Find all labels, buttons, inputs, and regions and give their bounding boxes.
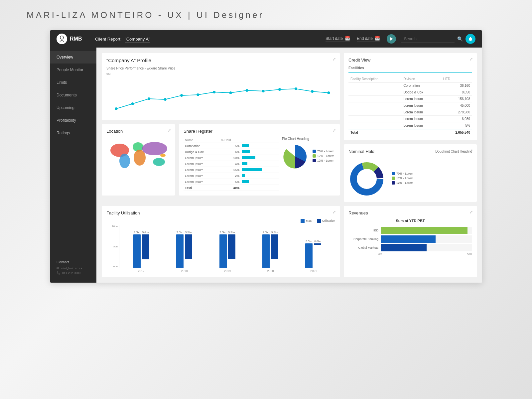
pie-legend: 70% - Lorem 17% - Lorem <box>313 150 334 164</box>
svg-point-9 <box>229 91 232 94</box>
left-column: "Company A" Profile Share Price Performa… <box>102 53 340 202</box>
table-row: Lorem Ipsum 10% <box>184 155 279 161</box>
search-icon[interactable]: 🔍 <box>457 36 463 42</box>
bar-chart-area: Max Utilisation 10bn <box>106 219 335 273</box>
expand-facility-icon[interactable]: ⤢ <box>332 210 336 214</box>
sr-col-name: Name <box>184 137 219 143</box>
bottom-row: Facility Utilisation ⤢ Max Utilisat <box>102 206 477 277</box>
expand-share-icon[interactable]: ⤢ <box>332 128 336 133</box>
sidebar-item-limits[interactable]: Limits <box>50 76 96 89</box>
phone-icon: 📞 <box>57 271 60 275</box>
facilities-table: Facility Description Division LIED Coron… <box>348 76 472 136</box>
table-row: Lorem Ipsum 4% <box>184 161 279 167</box>
logo-area: RMB <box>57 34 90 44</box>
table-row: Lorem Ipsum 2% <box>184 173 279 179</box>
client-report-label: Client Report: <box>95 37 121 42</box>
svg-point-10 <box>246 89 248 92</box>
share-register-title: Share Register <box>184 129 335 134</box>
calendar-end-icon[interactable]: 📅 <box>375 36 380 41</box>
rev-row-ibd: IBD <box>348 227 472 234</box>
legend-item: 17% - Lorem <box>313 154 334 158</box>
sidebar-item-documents[interactable]: Documents <box>50 89 96 101</box>
start-date-field[interactable]: Start date 📅 <box>326 36 350 42</box>
calendar-icon[interactable]: 📅 <box>345 36 350 41</box>
table-row: Lorem Ipsum 15% <box>184 167 279 173</box>
start-date-label: Start date <box>326 36 343 41</box>
sidebar-item-overview[interactable]: Overview <box>50 51 96 64</box>
sr-register-area: Name % Held Coronation <box>184 137 335 191</box>
credit-view-card: Credit View ⤢ Facilities Facility Descri… <box>344 53 477 140</box>
col-division: Division <box>401 76 441 82</box>
bar-x-labels: 2017 2018 2019 2020 2021 <box>106 269 335 273</box>
end-date-field[interactable]: End date 📅 <box>357 36 380 42</box>
bottom-left-row: Location ⤢ <box>102 124 340 196</box>
expand-nominal-icon[interactable]: ⤢ <box>469 148 473 153</box>
phone-item: 📞 011 282 0000 <box>57 271 90 275</box>
svg-point-6 <box>180 94 183 97</box>
notification-button[interactable] <box>466 34 475 44</box>
donut-chart-heading: Doughnut Chart Heading <box>435 150 472 153</box>
divider <box>348 72 472 73</box>
col-lied: LIED <box>441 76 472 82</box>
revenues-title: Revenues <box>348 210 472 215</box>
revenue-x-axis: 0M 50M <box>348 253 472 256</box>
col-facility-desc: Facility Description <box>348 76 401 82</box>
svg-point-26 <box>357 170 376 188</box>
expand-profile-icon[interactable]: ⤢ <box>332 57 336 62</box>
end-date-label: End date <box>357 36 373 41</box>
table-row: Dodge & Cox 6% <box>184 149 279 155</box>
table-row: Lorem Ipsum156,108 <box>348 96 472 102</box>
rev-axis-start: 0M <box>378 253 385 256</box>
pie-section: Pie Chart Heading <box>282 137 335 191</box>
donut-legend: 70% - Lorem 17% - Lorem 12% - Lorem <box>392 172 414 186</box>
pie-heading: Pie Chart Heading <box>282 137 335 141</box>
expand-revenues-icon[interactable]: ⤢ <box>469 210 473 214</box>
logo-text: RMB <box>70 36 82 42</box>
pie-chart-svg <box>282 143 309 170</box>
sr-table: Name % Held Coronation <box>184 137 279 191</box>
nominal-hold-card: Nominal Hold Doughnut Chart Heading ⤢ <box>344 144 477 202</box>
share-register-card: Share Register ⤢ Name % Hel <box>179 124 340 196</box>
header-title: Client Report: "Company A" <box>95 37 320 42</box>
expand-location-icon[interactable]: ⤢ <box>168 128 171 133</box>
sidebar-item-people-monitor[interactable]: People Monitor <box>50 64 96 76</box>
facility-utilisation-card: Facility Utilisation ⤢ Max Utilisat <box>102 206 340 277</box>
content-area: "Company A" Profile Share Price Performa… <box>96 48 482 283</box>
svg-point-4 <box>148 97 150 100</box>
company-name: "Company A" <box>125 37 150 43</box>
legend-item: 12% - Lorem <box>392 181 414 185</box>
search-input[interactable] <box>401 35 455 43</box>
profile-title: "Company A" Profile <box>106 58 335 63</box>
table-row: Dodge & Cox8,050 <box>348 89 472 96</box>
line-chart-svg <box>106 72 335 115</box>
svg-point-12 <box>278 88 281 91</box>
sidebar-nav: Overview People Monitor Limits Documents… <box>50 48 96 253</box>
sidebar-item-upcoming[interactable]: Upcoming <box>50 101 96 114</box>
play-button[interactable] <box>387 34 396 44</box>
y-axis-label: 6M <box>106 72 111 75</box>
sidebar-item-profitability[interactable]: Profitability <box>50 114 96 127</box>
email-icon: ✉ <box>57 267 59 270</box>
legend-item: 70% - Lorem <box>313 150 334 153</box>
main-layout: Overview People Monitor Limits Documents… <box>50 48 482 283</box>
profile-card: "Company A" Profile Share Price Performa… <box>102 53 340 120</box>
svg-point-22 <box>160 154 166 157</box>
top-row: "Company A" Profile Share Price Performa… <box>102 53 477 202</box>
expand-credit-icon[interactable]: ⤢ <box>469 57 473 62</box>
legend-item: 70% - Lorem <box>392 172 414 175</box>
right-column: Credit View ⤢ Facilities Facility Descri… <box>344 53 477 202</box>
sidebar-item-ratings[interactable]: Ratings <box>50 127 96 139</box>
svg-point-7 <box>197 93 199 96</box>
sr-table-section: Name % Held Coronation <box>184 137 279 191</box>
app-container: RMB Client Report: "Company A" Start dat… <box>50 30 482 283</box>
svg-point-21 <box>153 158 165 166</box>
svg-point-17 <box>119 154 130 168</box>
donut-chart-svg <box>348 161 385 197</box>
facility-utilisation-title: Facility Utilisation <box>106 210 335 215</box>
location-card: Location ⤢ <box>102 124 175 196</box>
contact-label: Contact <box>57 260 90 264</box>
bars-container: 7.5bn 5.6bn <box>119 225 335 268</box>
search-area: 🔍 <box>401 34 475 44</box>
line-chart: 6M <box>106 72 335 115</box>
sr-total-row: Total 40% <box>184 185 279 191</box>
